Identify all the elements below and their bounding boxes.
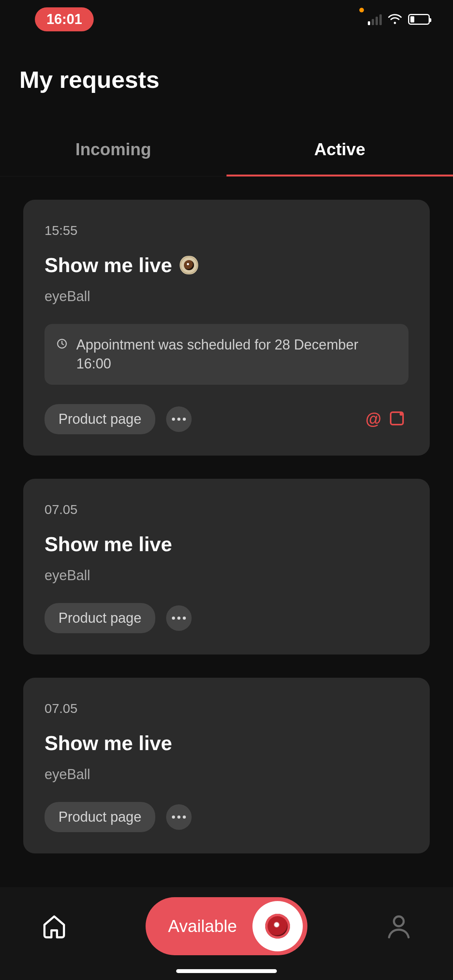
availability-label: Available xyxy=(168,917,237,936)
appointment-text: Appointment was scheduled for 28 Decembe… xyxy=(76,336,397,373)
cellular-signal-icon xyxy=(368,14,382,25)
tabs: Incoming Active xyxy=(0,124,453,176)
eyeball-icon xyxy=(265,914,290,939)
tab-incoming[interactable]: Incoming xyxy=(0,124,226,176)
toggle-knob xyxy=(252,901,303,951)
svg-point-3 xyxy=(394,917,403,926)
request-card[interactable]: 07.05 Show me live eyeBall Product page xyxy=(23,678,430,853)
request-card[interactable]: 15:55 Show me live eyeBall Appointment w… xyxy=(23,200,430,456)
request-title-text: Show me live xyxy=(45,732,172,755)
request-title: Show me live xyxy=(45,533,408,556)
video-icon[interactable] xyxy=(390,411,408,427)
request-subtitle: eyeBall xyxy=(45,288,408,305)
request-subtitle: eyeBall xyxy=(45,567,408,584)
status-right xyxy=(368,13,430,26)
request-actions: Product page xyxy=(45,802,408,832)
mention-icon[interactable]: @ xyxy=(365,410,381,428)
nav-profile-button[interactable] xyxy=(383,911,414,942)
appointment-banner: Appointment was scheduled for 28 Decembe… xyxy=(45,324,408,385)
product-page-chip[interactable]: Product page xyxy=(45,603,155,633)
request-time: 07.05 xyxy=(45,701,408,716)
request-time: 07.05 xyxy=(45,502,408,517)
more-button[interactable] xyxy=(166,605,192,631)
product-page-chip[interactable]: Product page xyxy=(45,802,155,832)
product-page-chip[interactable]: Product page xyxy=(45,404,155,434)
status-time-pill: 16:01 xyxy=(35,7,94,31)
clock-icon xyxy=(56,336,68,351)
page-title: My requests xyxy=(19,66,434,93)
home-icon xyxy=(40,912,68,940)
nav-home-button[interactable] xyxy=(39,911,70,942)
availability-toggle[interactable]: Available xyxy=(146,897,307,955)
more-button[interactable] xyxy=(166,804,192,830)
request-title-text: Show me live xyxy=(45,533,172,556)
svg-point-2 xyxy=(400,413,403,416)
recording-indicator-dot xyxy=(359,8,364,12)
tab-active[interactable]: Active xyxy=(226,124,453,176)
request-subtitle: eyeBall xyxy=(45,766,408,783)
more-button[interactable] xyxy=(166,406,192,432)
battery-icon xyxy=(408,14,430,25)
request-actions: Product page xyxy=(45,603,408,633)
request-list: 15:55 Show me live eyeBall Appointment w… xyxy=(0,176,453,853)
eye-icon xyxy=(180,256,198,274)
home-indicator xyxy=(176,969,277,973)
status-bar: 16:01 xyxy=(0,0,453,39)
request-card[interactable]: 07.05 Show me live eyeBall Product page xyxy=(23,479,430,654)
profile-icon xyxy=(385,912,413,940)
request-title-text: Show me live xyxy=(45,254,172,277)
request-side-icons: @ xyxy=(365,410,408,428)
request-title: Show me live xyxy=(45,254,408,277)
request-title: Show me live xyxy=(45,732,408,755)
bottom-nav: Available xyxy=(0,887,453,980)
request-time: 15:55 xyxy=(45,223,408,238)
request-actions: Product page @ xyxy=(45,404,408,434)
header: My requests xyxy=(0,39,453,101)
wifi-icon xyxy=(387,13,403,26)
